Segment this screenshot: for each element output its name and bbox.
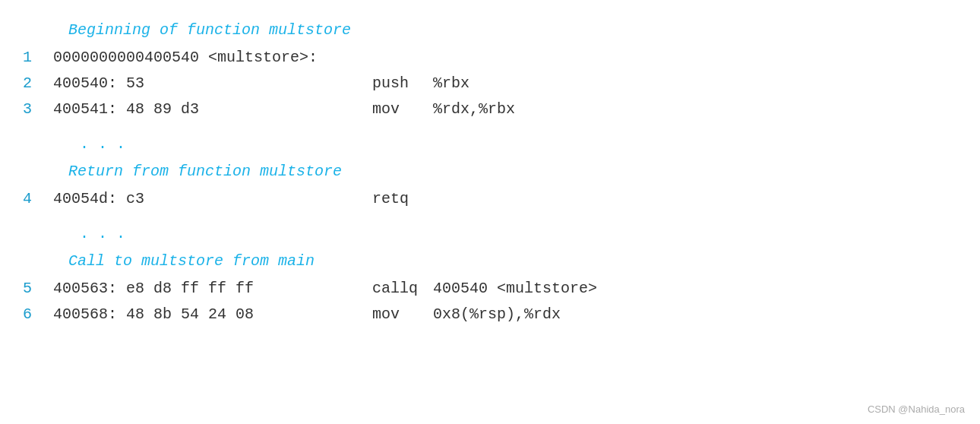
line-content: 400540: 53push%rbx <box>53 71 957 96</box>
comment-line: Call to multstore from main <box>23 249 957 274</box>
mnemonic: mov <box>372 97 433 122</box>
comment-line: Beginning of function multstore <box>23 18 957 43</box>
code-line: 6400568: 48 8b 54 24 08mov0x8(%rsp),%rdx <box>23 302 957 327</box>
line-number: 4 <box>23 187 53 211</box>
mnemonic: callq <box>372 277 433 301</box>
operands: 400540 <multstore> <box>433 277 597 301</box>
operands: %rdx,%rbx <box>433 97 515 122</box>
line-number: 1 <box>23 46 53 70</box>
line-number: 2 <box>23 71 53 96</box>
line-number: 6 <box>23 302 53 327</box>
dots-line: . . . <box>23 222 957 246</box>
mnemonic: mov <box>372 302 433 327</box>
operands: %rbx <box>433 71 469 96</box>
watermark: CSDN @Nahida_nora <box>868 403 965 415</box>
mnemonic: retq <box>372 187 433 211</box>
line-number: 3 <box>23 97 53 122</box>
comment-line: Return from function multstore <box>23 160 957 184</box>
code-container: Beginning of function multstore100000000… <box>0 0 980 343</box>
line-number: 5 <box>23 277 53 301</box>
code-line: 5400563: e8 d8 ff ff ffcallq400540 <mult… <box>23 277 957 301</box>
spacer <box>23 213 957 219</box>
addr-bytes: 400563: e8 d8 ff ff ff <box>53 277 372 301</box>
line-content: 0000000000400540 <multstore>: <box>53 46 957 70</box>
spacer <box>23 123 957 129</box>
line-content: 400541: 48 89 d3mov%rdx,%rbx <box>53 97 957 122</box>
addr-bytes: 400568: 48 8b 54 24 08 <box>53 302 372 327</box>
code-line: 440054d: c3retq <box>23 187 957 211</box>
code-line: 10000000000400540 <multstore>: <box>23 46 957 70</box>
addr-bytes: 0000000000400540 <multstore>: <box>53 46 372 70</box>
line-content: 400563: e8 d8 ff ff ffcallq400540 <mults… <box>53 277 957 301</box>
addr-bytes: 400541: 48 89 d3 <box>53 97 372 122</box>
code-line: 2400540: 53push%rbx <box>23 71 957 96</box>
dots-line: . . . <box>23 132 957 157</box>
code-line: 3400541: 48 89 d3mov%rdx,%rbx <box>23 97 957 122</box>
operands: 0x8(%rsp),%rdx <box>433 302 561 327</box>
line-content: 40054d: c3retq <box>53 187 957 211</box>
line-content: 400568: 48 8b 54 24 08mov0x8(%rsp),%rdx <box>53 302 957 327</box>
mnemonic: push <box>372 71 433 96</box>
addr-bytes: 400540: 53 <box>53 71 372 96</box>
addr-bytes: 40054d: c3 <box>53 187 372 211</box>
